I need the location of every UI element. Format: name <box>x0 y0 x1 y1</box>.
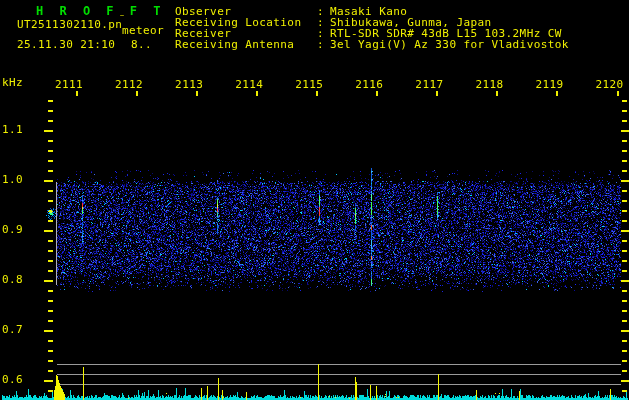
time-label: 2116 <box>355 79 383 90</box>
y-axis-unit-label: kHz <box>2 77 23 88</box>
hrofft-screen: H R O F F T UT2511302110.pn ¨ meteor 25.… <box>0 0 629 400</box>
counter-text: 8.. <box>131 39 152 50</box>
freq-label: 0.7 <box>2 324 23 335</box>
freq-label: 0.6 <box>2 374 23 385</box>
info-colon: : <box>317 38 324 51</box>
freq-label: 1.1 <box>2 124 23 135</box>
app-title: H R O F F T <box>36 5 165 17</box>
time-label: 2118 <box>475 79 503 90</box>
info-row-receiver: Receiver : RTL-SDR SDR# 43dB L15 103.2MH… <box>175 27 629 38</box>
info-label: Receiving Antenna <box>175 38 294 51</box>
time-label: 2114 <box>235 79 263 90</box>
freq-label: 0.9 <box>2 224 23 235</box>
spectrogram-canvas <box>0 0 629 400</box>
freq-label: 1.0 <box>2 174 23 185</box>
time-label: 2119 <box>535 79 563 90</box>
time-label: 2120 <box>596 79 624 90</box>
station-name: meteor <box>122 25 164 36</box>
info-value: 3el Yagi(V) Az 330 for Vladivostok <box>330 38 569 51</box>
freq-label: 0.8 <box>2 274 23 285</box>
info-row-observer: Observer : Masaki Kano <box>175 5 629 16</box>
time-label: 2115 <box>295 79 323 90</box>
time-label: 2112 <box>115 79 143 90</box>
time-label: 2111 <box>55 79 83 90</box>
info-row-location: Receiving Location : Shibukawa, Gunma, J… <box>175 16 629 27</box>
time-label: 2117 <box>415 79 443 90</box>
datetime-text: 25.11.30 21:10 <box>17 39 115 50</box>
info-row-antenna: Receiving Antenna : 3el Yagi(V) Az 330 f… <box>175 38 629 49</box>
time-label: 2113 <box>175 79 203 90</box>
filename-text: UT2511302110.pn <box>17 19 122 30</box>
